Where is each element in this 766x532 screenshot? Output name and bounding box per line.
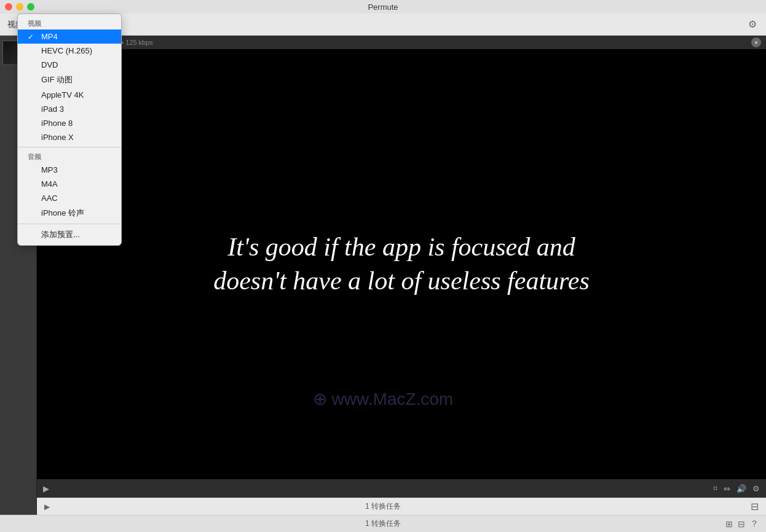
subtitle-container: It's good if the app is focused and does… bbox=[201, 218, 602, 310]
format-appletv-item[interactable]: AppleTV 4K bbox=[18, 88, 121, 102]
status-bar-text: 1 转换任务 bbox=[365, 518, 401, 529]
appletv-label: AppleTV 4K bbox=[41, 90, 111, 100]
format-gif-item[interactable]: GIF 动图 bbox=[18, 72, 121, 88]
window-controls bbox=[5, 3, 34, 10]
mp4-label: MP4 bbox=[41, 32, 111, 41]
ipad3-label: iPad 3 bbox=[41, 104, 111, 114]
queue-status-text: 1 转换任务 bbox=[365, 501, 401, 512]
status-grid-icon[interactable]: ⊞ bbox=[725, 519, 733, 529]
format-iphonex-item[interactable]: iPhone X bbox=[18, 130, 121, 144]
m4a-label: M4A bbox=[41, 179, 111, 189]
playback-controls: ▶ ⌗ ⇔ 🔊 ⚙ bbox=[37, 479, 766, 498]
ringtone-label: iPhone 铃声 bbox=[41, 208, 111, 219]
gif-label: GIF 动图 bbox=[41, 74, 111, 85]
preview-close-button[interactable]: × bbox=[751, 37, 761, 47]
crop-icon[interactable]: ⌗ bbox=[713, 483, 717, 493]
iphone8-label: iPhone 8 bbox=[41, 119, 111, 128]
titlebar: Permute bbox=[0, 0, 766, 14]
video-frame: It's good if the app is focused and does… bbox=[37, 49, 766, 479]
queue-play-button[interactable]: ▶ bbox=[44, 503, 50, 511]
format-mp4-item[interactable]: ✓ MP4 bbox=[18, 29, 121, 44]
dropdown-container: 视频 ✓ MP4 HEVC (H.265) DVD GIF 动图 AppleTV… bbox=[17, 14, 122, 246]
format-dvd-item[interactable]: DVD bbox=[18, 58, 121, 72]
expand-icon[interactable]: ⇔ bbox=[724, 484, 730, 493]
format-aac-item[interactable]: AAC bbox=[18, 191, 121, 205]
app-title: Permute bbox=[368, 2, 398, 12]
volume-icon[interactable]: 🔊 bbox=[736, 484, 746, 493]
status-bar-actions: ⊞ ⊟ ？ bbox=[725, 518, 759, 530]
queue-bar: ▶ 1 转换任务 ⊟ bbox=[37, 498, 766, 515]
add-preset-item[interactable]: 添加预置... bbox=[18, 227, 121, 243]
format-ringtone-item[interactable]: iPhone 铃声 bbox=[18, 205, 121, 221]
format-hevc-item[interactable]: HEVC (H.265) bbox=[18, 44, 121, 58]
add-preset-label: 添加预置... bbox=[41, 229, 111, 240]
settings-icon[interactable]: ⚙ bbox=[752, 484, 760, 493]
maximize-button[interactable] bbox=[27, 3, 34, 10]
minimize-button[interactable] bbox=[16, 3, 23, 10]
mp4-check-icon: ✓ bbox=[28, 33, 36, 41]
preview-info-bar: Mem... bss • 00:56 • AAC • 125 kbps × bbox=[37, 36, 766, 49]
format-dropdown-menu: 视频 ✓ MP4 HEVC (H.265) DVD GIF 动图 AppleTV… bbox=[17, 14, 122, 246]
play-button[interactable]: ▶ bbox=[43, 484, 49, 493]
status-help-icon[interactable]: ？ bbox=[750, 518, 759, 530]
mp3-label: MP3 bbox=[41, 165, 111, 174]
format-mp3-item[interactable]: MP3 bbox=[18, 163, 121, 177]
status-minus-icon[interactable]: ⊟ bbox=[738, 519, 745, 529]
format-iphone8-item[interactable]: iPhone 8 bbox=[18, 116, 121, 130]
dvd-label: DVD bbox=[41, 60, 111, 69]
settings-gear-icon[interactable]: ⚙ bbox=[746, 18, 759, 31]
format-m4a-item[interactable]: M4A bbox=[18, 177, 121, 191]
format-ipad3-item[interactable]: iPad 3 bbox=[18, 102, 121, 116]
hevc-label: HEVC (H.265) bbox=[41, 46, 111, 55]
audio-section-header: 音频 bbox=[18, 150, 121, 163]
queue-action-icon[interactable]: ⊟ bbox=[751, 501, 759, 512]
iphonex-label: iPhone X bbox=[41, 133, 111, 142]
close-button[interactable] bbox=[5, 3, 12, 10]
subtitle-line1: It's good if the app is focused and bbox=[213, 230, 590, 264]
aac-label: AAC bbox=[41, 194, 111, 203]
preview-area: Mem... bss • 00:56 • AAC • 125 kbps × It… bbox=[37, 36, 766, 515]
subtitle-line2: doesn't have a lot of useless features bbox=[213, 264, 590, 298]
video-section-header: 视频 bbox=[18, 17, 121, 29]
menu-divider-2 bbox=[18, 224, 121, 224]
status-bar: 1 转换任务 ⊞ ⊟ ？ bbox=[0, 515, 766, 532]
menu-divider-1 bbox=[18, 147, 121, 147]
